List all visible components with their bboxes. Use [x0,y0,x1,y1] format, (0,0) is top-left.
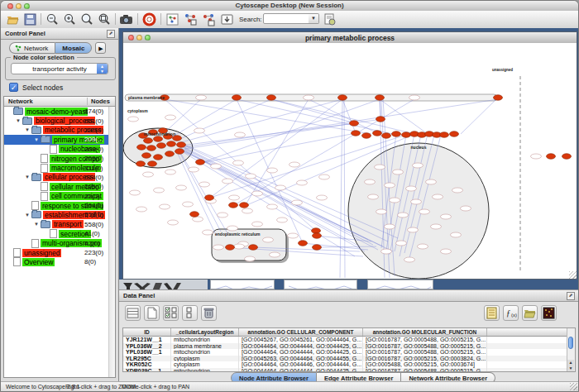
tree-row[interactable]: response to stimulu264(0) [4,201,109,210]
graph-node-orange[interactable] [313,233,322,239]
table-column-header[interactable]: _cellularLayoutRegion [171,328,239,336]
graph-node-white[interactable] [168,220,179,225]
graph-node-white[interactable] [277,218,288,222]
graph-node-white[interactable] [404,257,415,262]
graph-node-white[interactable] [252,222,263,227]
graph-node-white[interactable] [229,195,240,200]
graph-node-white[interactable] [213,245,224,250]
graph-node-orange[interactable] [144,138,153,144]
table-cell[interactable]: [GO:0045263, GO:0044464, GO:0044455, G..… [239,356,363,362]
zoom-in-icon[interactable] [63,12,77,26]
graph-node-white[interactable] [199,182,210,187]
graph-node-orange[interactable] [226,245,235,251]
annotate-network-icon[interactable] [184,12,198,26]
graph-node-white[interactable] [419,209,430,214]
tree-row[interactable]: multi-organism pro42(0) [4,238,109,247]
float-panel-icon[interactable]: ⬈ [107,30,115,38]
tree-expand-icon[interactable]: ▼ [34,222,41,227]
formula-builder-icon[interactable]: ƒ(x) [503,305,519,321]
tree-row[interactable]: ▼establishment of lo558(0) [4,210,109,219]
graph-node-white[interactable] [398,213,409,218]
graph-node-white[interactable] [130,190,141,195]
graph-node-orange[interactable] [232,95,242,101]
network-view-window[interactable]: primary metabolic process plasma membran… [122,31,577,280]
graph-node-white[interactable] [290,162,300,167]
table-row[interactable]: YJR121W__1mitochondrion[GO:0045267, GO:0… [123,337,567,343]
graph-node-orange[interactable] [547,154,556,160]
graph-node-white[interactable] [154,188,165,193]
attribute-matrix-icon[interactable] [541,305,557,321]
table-cell[interactable]: [GO:0044464, GO:0044446, GO:0044444, G..… [239,361,363,368]
table-cell[interactable]: YJR121W__1 [123,337,171,343]
table-cell[interactable]: YPL036W__2 [123,343,171,350]
graph-node-white[interactable] [267,168,278,173]
table-column-header[interactable]: ID [123,328,171,336]
graph-node-white[interactable] [143,172,154,177]
graph-node-white[interactable] [390,198,400,203]
graph-node-white[interactable] [194,128,205,133]
graph-node-white[interactable] [189,167,199,172]
graph-node-white[interactable] [441,249,452,254]
graph-node-white[interactable] [368,194,379,199]
graph-node-orange[interactable] [137,145,146,151]
graph-node-orange[interactable] [196,160,205,165]
tree-row[interactable]: mosaic-demo-yeast874(0) [4,107,109,116]
graph-node-white[interactable] [252,191,263,196]
graph-node-orange[interactable] [136,161,146,167]
graph-node-white[interactable] [426,179,437,184]
create-attribute-icon[interactable] [144,305,160,321]
graph-node-orange[interactable] [175,149,184,155]
zoom-out-icon[interactable] [45,12,60,26]
graph-node-white[interactable] [235,132,246,137]
table-cell[interactable]: YKR052C [123,361,171,368]
graph-node-orange[interactable] [165,151,175,157]
graph-node-orange[interactable] [299,241,308,246]
table-cell[interactable]: YLR295C [123,356,171,362]
graph-node-orange[interactable] [313,245,322,251]
graph-node-white[interactable] [297,180,308,185]
tree-row[interactable]: ▼metabolic process280(0) [4,126,109,135]
graph-node-white[interactable] [452,188,463,193]
table-row[interactable]: YKR052Ccytoplasm[GO:0044464, GO:0044446,… [123,361,567,368]
table-scrollbar-thumb[interactable] [568,337,573,349]
graph-node-white[interactable] [411,199,422,204]
table-cell[interactable]: [GO:0044464, GO:0044444, GO:0044425, G..… [239,349,363,356]
tree-row[interactable]: Overview8(0) [4,257,109,266]
select-attributes-icon[interactable] [125,305,141,321]
graph-node-white[interactable] [246,174,256,179]
tab-mosaic[interactable]: Mosaic [55,42,92,54]
graph-node-orange[interactable] [376,95,385,101]
table-column-header[interactable]: annotation.GO CELLULAR_COMPONENT [239,328,363,336]
tree-expand-icon[interactable]: ▼ [25,174,31,179]
graph-node-white[interactable] [376,209,387,214]
table-cell[interactable]: mitochondrion [171,349,239,356]
tree-row[interactable]: unassigned223(0) [4,248,109,257]
graph-node-orange[interactable] [157,143,166,149]
table-cell[interactable]: cytoplasm [171,361,239,368]
graph-node-orange[interactable] [440,132,449,138]
graph-node-orange[interactable] [229,203,238,208]
graph-node-white[interactable] [227,226,238,231]
table-cell[interactable]: [GO:0016787, GO:0005215, GO:0003824, G..… [363,356,487,362]
minimized-window[interactable] [210,280,275,289]
graph-node-white[interactable] [267,204,278,209]
graph-node-white[interactable] [160,204,170,209]
tree-row[interactable]: macromolecule311(0) [4,163,109,172]
tree-row[interactable]: ▼cellular process614(0) [4,173,109,182]
graph-node-white[interactable] [270,252,280,257]
graph-node-white[interactable] [441,214,452,219]
graph-node-white[interactable] [365,179,376,184]
graph-node-white[interactable] [451,232,462,237]
graph-node-white[interactable] [128,117,139,122]
graph-node-orange[interactable] [249,245,258,251]
network-canvas[interactable]: plasma membrane cytoplasm mitochondrion … [123,43,577,279]
search-dropdown-arrow[interactable]: ▼ [309,13,319,24]
graph-node-white[interactable] [375,165,385,170]
tree-row[interactable]: secretion41(0) [4,229,109,238]
tree-row[interactable]: nitrogen compo209(0) [4,154,109,163]
graph-node-orange[interactable] [148,161,157,167]
graph-node-white[interactable] [165,115,176,120]
graph-node-white[interactable] [136,207,147,212]
attribute-checklist-icon[interactable] [163,305,179,321]
tree-row[interactable]: cellular metabo209(0) [4,182,109,191]
